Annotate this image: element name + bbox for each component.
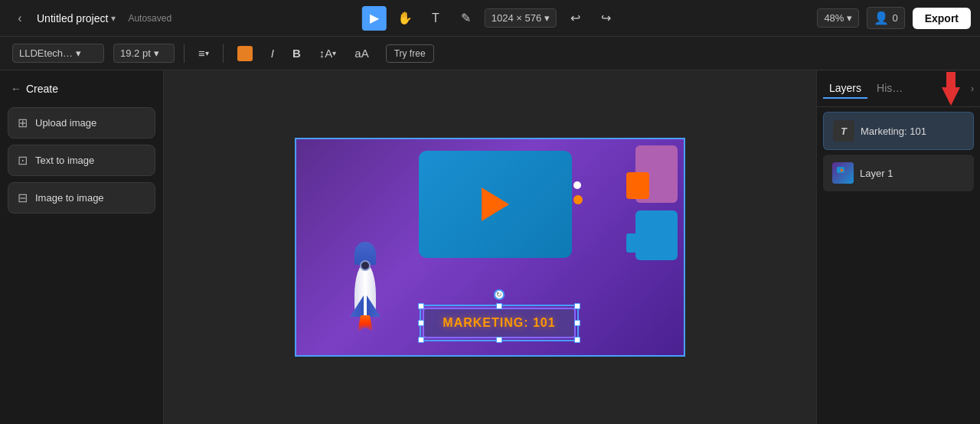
color-swatch [237,46,253,61]
marketing-text-container[interactable]: MARKETING: 101 ↻ [423,308,576,338]
italic-button[interactable]: I [266,44,279,63]
video-play-button [482,188,509,221]
letter-spacing-chevron: ▾ [332,49,336,57]
pen-icon: ✎ [461,11,471,25]
upload-image-item[interactable]: ⊞ Upload image [8,107,155,139]
redo-button[interactable]: ↪ [593,6,618,31]
hand-icon: ✋ [397,11,413,25]
play-icon: ▶ [370,11,379,25]
letter-spacing-icon: ↕A [319,47,333,60]
text-color-button[interactable] [233,43,257,64]
secondary-toolbar: LLDEtech… ▾ 19.2 pt ▾ ≡ ▾ I B ↕A ▾ aA Tr… [0,37,980,70]
tab-history[interactable]: His… [871,79,909,99]
play-button[interactable]: ▶ [362,6,387,31]
undo-button[interactable]: ↩ [563,6,587,31]
layers-list: T Marketing: 101 [817,112,980,191]
bold-icon: B [292,47,301,60]
layer-image-icon [832,162,854,184]
panel-tabs: Layers His… › [817,70,980,107]
rocket-window [360,260,371,271]
font-size-selector[interactable]: 19.2 pt ▾ [113,44,175,63]
topbar-right: 48% ▾ 👤 0 Export [817,7,971,29]
font-selector[interactable]: LLDEtech… ▾ [12,44,104,63]
handle-bottom-right[interactable] [574,337,580,343]
text-icon: T [432,11,439,25]
align-button[interactable]: ≡ ▾ [194,44,214,63]
italic-icon: I [271,47,274,60]
panel-tab-arrow[interactable]: › [971,83,974,94]
sidebar-header: ← Create [8,80,155,98]
topbar-center-tools: ▶ ✋ T ✎ 1024 × 576 ▾ ↩ ↪ [362,6,618,31]
project-title: Untitled project [37,12,108,24]
rocket-illustration [342,240,388,332]
font-name-label: LLDEtech… [19,47,73,59]
project-title-area[interactable]: Untitled project ▾ [37,12,116,24]
text-to-image-label: Text to image [35,155,94,166]
toolbar2-divider-2 [223,44,224,63]
layer-thumbnail-svg [832,162,854,184]
canvas-size-selector[interactable]: 1024 × 576 ▾ [485,8,557,28]
canvas-frame: MARKETING: 101 ↻ [295,138,685,357]
toolbar2-divider-1 [184,44,185,63]
image-to-image-item[interactable]: ⊟ Image to image [8,182,155,214]
collab-icon: 👤 [874,11,889,25]
canvas-image: MARKETING: 101 ↻ [296,139,684,355]
pen-tool-button[interactable]: ✎ [454,6,479,31]
deco-small-blue-rect [626,233,645,253]
font-chevron: ▾ [76,47,81,59]
layer-item-marketing[interactable]: T Marketing: 101 [823,112,974,150]
deco-orange-rect [626,172,649,199]
autosaved-label: Autosaved [128,13,172,24]
zoom-label: 48% [824,12,844,24]
topbar: ‹ Untitled project ▾ Autosaved ▶ ✋ T ✎ 1… [0,0,980,37]
zoom-chevron: ▾ [847,12,852,24]
canvas-size-chevron: ▾ [544,12,550,24]
text-to-image-item[interactable]: ⊡ Text to image [8,145,155,176]
marketing-text: MARKETING: 101 [443,316,555,330]
rotate-handle[interactable]: ↻ [494,289,505,300]
text-to-image-icon: ⊡ [18,153,28,168]
right-panel: Layers His… › T Marketing: 101 [816,70,980,424]
canvas-area[interactable]: MARKETING: 101 ↻ [164,70,816,424]
align-chevron: ▾ [205,49,209,57]
video-screen [419,151,572,258]
main-layout: ← Create ⊞ Upload image ⊡ Text to image … [0,70,980,424]
zoom-selector[interactable]: 48% ▾ [817,8,859,28]
rocket-flame [358,315,373,332]
back-button[interactable]: ‹ [9,8,31,29]
sidebar-header-label: Create [26,83,58,95]
dot-white [573,181,581,189]
back-icon: ‹ [18,11,21,25]
font-size-chevron: ▾ [154,47,159,59]
try-free-button[interactable]: Try free [386,44,434,63]
left-sidebar: ← Create ⊞ Upload image ⊡ Text to image … [0,70,164,424]
collab-indicator: 👤 0 [867,7,904,29]
collab-count: 0 [892,12,897,24]
canvas-size-label: 1024 × 576 [492,12,541,24]
align-icon: ≡ [198,47,205,60]
upload-image-icon: ⊞ [18,116,28,130]
dot-orange [573,195,583,204]
letter-spacing-button[interactable]: ↕A ▾ [315,44,341,63]
image-to-image-icon: ⊟ [18,191,28,205]
marketing-text-background: MARKETING: 101 [423,308,576,338]
sidebar-back-arrow: ← [11,83,21,95]
undo-icon: ↩ [570,11,580,25]
text-tool-button[interactable]: T [423,6,448,31]
project-title-chevron: ▾ [111,13,116,24]
font-size-label: 19.2 pt [120,47,151,59]
right-decoration [628,145,678,283]
upload-image-label: Upload image [35,117,96,129]
all-caps-button[interactable]: aA [350,44,373,63]
layer1-name: Layer 1 [860,168,893,179]
layer-text-icon: T [833,120,854,142]
tab-layers[interactable]: Layers [823,79,867,99]
hand-tool-button[interactable]: ✋ [393,6,417,31]
bold-button[interactable]: B [288,44,305,63]
export-button[interactable]: Export [913,8,971,29]
image-to-image-label: Image to image [35,192,104,204]
all-caps-icon: aA [354,47,368,60]
layer-item-layer1[interactable]: Layer 1 [823,155,974,191]
redo-icon: ↪ [601,11,611,25]
layer-marketing-name: Marketing: 101 [861,126,926,137]
